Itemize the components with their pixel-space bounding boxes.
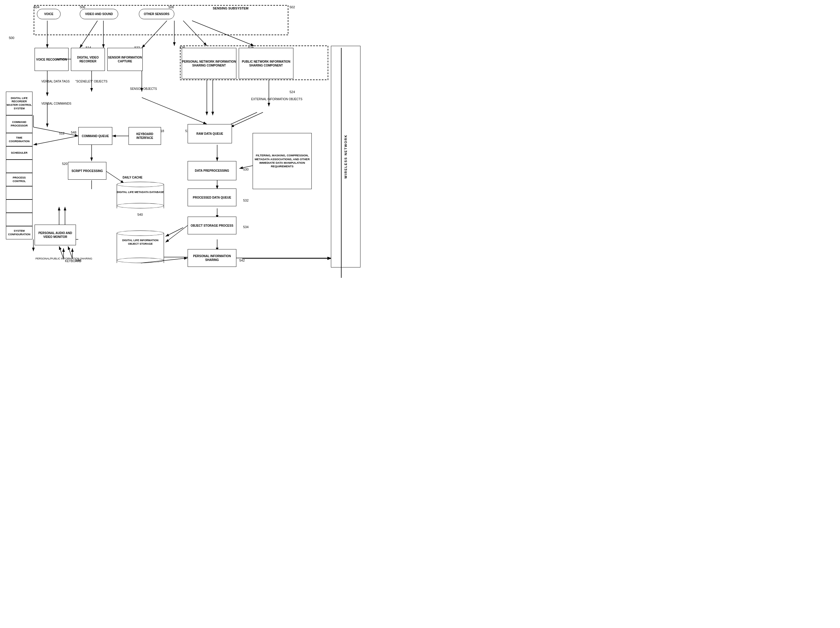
num-542: 542 xyxy=(239,259,245,262)
video-sound-box: VIDEO AND SOUND xyxy=(80,9,118,19)
num-500: 500 xyxy=(9,36,14,40)
num-534: 534 xyxy=(243,225,248,229)
num-530: 530 xyxy=(243,168,248,171)
verbal-commands-label: VERBAL COMMANDS xyxy=(41,102,71,105)
num-548: 548 xyxy=(71,131,76,134)
time-coordination-box: TIME COORDINATION xyxy=(6,133,33,146)
svg-line-21 xyxy=(33,136,78,145)
command-queue-box: COMMAND QUEUE xyxy=(78,127,112,145)
keyboard-interface-box: KEYBOARD INTERFACE xyxy=(128,127,161,145)
num-520: 520 xyxy=(62,162,67,166)
processed-data-queue-box: PROCESSED DATA QUEUE xyxy=(188,188,236,206)
sensor-objects-label: SENSOR OBJECTS xyxy=(130,87,157,90)
process-control2-box: PROCESS CONTROL xyxy=(6,173,33,186)
system-config3-box xyxy=(6,213,33,226)
num-504: 504 xyxy=(34,5,39,9)
svg-line-49 xyxy=(68,246,73,259)
public-network-box: PUBLIC NETWORK INFORMATION SHARING COMPO… xyxy=(239,48,294,79)
sensing-subsystem-label: SENSING SUBSYSTEM xyxy=(213,6,248,10)
svg-line-43 xyxy=(166,226,188,242)
filtering-box: FILTERING, MASKING, COMPRESSION, METADAT… xyxy=(253,133,312,189)
svg-line-18 xyxy=(142,98,207,124)
num-502: 502 xyxy=(289,5,295,9)
info-object-storage-container: DIGITAL LIFE INFORMATION OBJECT STORAGE xyxy=(117,231,164,263)
metadata-db-container: DIGITAL LIFE METADATA DATABASE xyxy=(117,182,164,208)
scenelet-objects-label: "SCENELET" OBJECTS xyxy=(75,80,107,83)
object-storage-process-box: OBJECT STORAGE PROCESS xyxy=(188,217,236,234)
system-config2-box xyxy=(6,199,33,213)
system-config4-box: SYSTEM CONFIGURATION xyxy=(6,226,33,239)
svg-line-42 xyxy=(106,171,124,183)
scheduler-box: SCHEDULER xyxy=(6,146,33,160)
svg-line-7 xyxy=(142,21,167,48)
command-processor-box: COMMAND PROCESSOR xyxy=(6,115,33,133)
digital-life-recorder-box: DIGITAL LIFE RECORDER MASTER CONTROL SYS… xyxy=(6,92,33,115)
sensor-info-capture-box: SENSOR INFORMATION CAPTURE xyxy=(107,48,143,71)
svg-line-10 xyxy=(192,21,254,46)
wireless-network-box: WIRELESS NETWORK xyxy=(331,46,360,267)
verbal-data-tags-label: VERBAL DATA TAGS xyxy=(41,80,70,83)
num-506: 506 xyxy=(80,5,85,9)
raw-data-queue-box: RAW DATA QUEUE xyxy=(188,124,232,143)
system-config-box xyxy=(6,186,33,199)
num-540: 540 xyxy=(137,213,143,216)
num-508: 508 xyxy=(168,5,174,9)
svg-line-9 xyxy=(183,21,207,46)
personal-audio-video-box: PERSONAL AUDIO AND VIDEO MONITOR xyxy=(35,225,76,245)
other-sensors-box: OTHER SENSORS xyxy=(139,9,174,19)
metadata-db-label: DIGITAL LIFE METADATA DATABASE xyxy=(117,191,164,194)
svg-line-20 xyxy=(231,112,263,127)
svg-line-29 xyxy=(166,228,183,236)
num-524: 524 xyxy=(289,90,295,94)
svg-line-5 xyxy=(80,21,98,48)
diagram: 500 502 504 506 508 510 512 514 516 518 … xyxy=(0,0,378,284)
external-info-label: EXTERNAL INFORMATION OBJECTS xyxy=(251,98,302,101)
voice-box: VOICE xyxy=(37,9,61,19)
svg-line-48 xyxy=(59,246,63,259)
data-preprocessing-box: DATA PREPROCESSING xyxy=(188,161,236,180)
personal-public-sharing-label: PERSONAL/PUBLIC INFORMATION SHARING xyxy=(35,257,92,260)
script-processing-box: SCRIPT PROCESSING xyxy=(68,162,106,180)
info-object-storage-label: DIGITAL LIFE INFORMATION OBJECT STORAGE xyxy=(117,239,164,245)
num-512: 512 xyxy=(59,131,65,135)
daily-cache-label: DAILY CACHE xyxy=(123,176,142,179)
personal-info-sharing-box: PERSONAL INFORMATION SHARING xyxy=(188,249,236,267)
voice-recognition-box: VOICE RECOGNITION xyxy=(35,48,69,71)
personal-network-box: PERSONAL NETWORK INFORMATION SHARING COM… xyxy=(182,48,236,79)
digital-video-recorder-box: DIGITAL VIDEO RECORDER xyxy=(71,48,105,71)
process-control-box xyxy=(6,160,33,173)
num-532: 532 xyxy=(243,199,248,202)
